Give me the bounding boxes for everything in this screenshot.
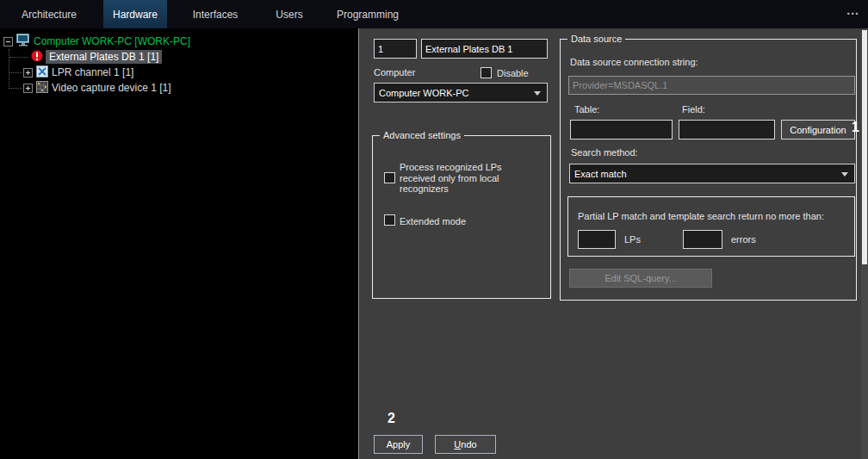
overflow-menu-button[interactable]: ... xyxy=(846,3,859,17)
connection-string-field xyxy=(568,76,855,95)
app-window: Architecture Hardware Interfaces Users P… xyxy=(0,0,868,459)
table-field[interactable] xyxy=(570,120,673,140)
top-navigation-bar: Architecture Hardware Interfaces Users P… xyxy=(0,0,868,28)
expand-expander-icon[interactable] xyxy=(23,68,33,78)
object-name-field[interactable] xyxy=(421,39,548,59)
tab-programming[interactable]: Programming xyxy=(336,0,400,28)
vertical-scrollbar[interactable] xyxy=(861,28,868,459)
extended-mode-label: Extended mode xyxy=(400,216,466,226)
tab-hardware[interactable]: Hardware xyxy=(103,0,167,28)
lpr-channel-icon xyxy=(36,65,48,80)
apply-button[interactable]: Apply xyxy=(374,435,423,454)
lps-limit-field[interactable] xyxy=(578,230,616,249)
field-label: Field: xyxy=(682,104,705,115)
undo-button-label: Undo xyxy=(454,439,476,450)
computer-label: Computer xyxy=(374,67,415,78)
collapse-expander-icon[interactable] xyxy=(3,37,13,47)
callout-2: 2 xyxy=(388,411,395,426)
undo-button[interactable]: Undo xyxy=(435,435,496,454)
advanced-settings-group: Advanced settings Process recognized LPs… xyxy=(372,135,551,299)
edit-sql-query-button: Edit SQL-query... xyxy=(569,269,712,288)
tree-row-lpr-channel[interactable]: LPR channel 1 [1] xyxy=(0,65,358,80)
tree-item-lpr-channel-label[interactable]: LPR channel 1 [1] xyxy=(52,66,133,78)
data-source-group-title: Data source xyxy=(567,34,625,44)
tab-interfaces[interactable]: Interfaces xyxy=(188,0,243,28)
object-id-field[interactable] xyxy=(374,39,417,59)
tab-users[interactable]: Users xyxy=(269,0,310,28)
settings-panel: Computer Disable Computer WORK-PC Advanc… xyxy=(358,28,868,459)
tree-row-computer[interactable]: Computer WORK-PC [WORK-PC] xyxy=(0,34,358,49)
partial-match-text: Partial LP match and template search ret… xyxy=(578,211,824,221)
tree-item-video-capture-device-label[interactable]: Video capture device 1 [1] xyxy=(52,82,171,94)
search-method-label: Search method: xyxy=(571,147,638,158)
disable-checkbox[interactable] xyxy=(480,67,492,78)
search-method-select-value: Exact match xyxy=(574,169,627,179)
data-source-group: Data source Data source connection strin… xyxy=(560,39,857,301)
computer-select-value: Computer WORK-PC xyxy=(379,88,469,98)
tree-row-external-plates-db[interactable]: External Plates DB 1 [1] xyxy=(0,49,358,65)
connection-string-label: Data source connection string: xyxy=(570,57,698,67)
tab-architecture[interactable]: Architecture xyxy=(16,0,83,28)
errors-limit-field[interactable] xyxy=(683,230,722,249)
scrollbar-thumb[interactable] xyxy=(862,30,867,264)
search-method-select[interactable]: Exact match xyxy=(569,164,855,183)
disable-checkbox-label: Disable xyxy=(497,68,529,78)
table-label: Table: xyxy=(574,104,599,115)
extended-mode-checkbox[interactable] xyxy=(384,214,395,226)
tree-item-external-plates-db-label[interactable]: External Plates DB 1 [1] xyxy=(46,50,162,64)
callout-1: 1 xyxy=(852,120,859,135)
tree-row-video-capture-device[interactable]: Video capture device 1 [1] xyxy=(0,80,358,96)
field-field[interactable] xyxy=(679,120,775,140)
partial-match-group: Partial LP match and template search ret… xyxy=(567,196,855,257)
hardware-tree-panel: Computer WORK-PC [WORK-PC] External Plat… xyxy=(0,28,358,459)
configuration-button[interactable]: Configuration xyxy=(781,120,855,140)
error-exclamation-icon xyxy=(31,50,43,65)
computer-icon xyxy=(16,34,30,49)
lps-label: LPs xyxy=(624,234,641,245)
computer-select[interactable]: Computer WORK-PC xyxy=(374,83,548,102)
process-recognized-lps-label: Process recognized LPs received only fro… xyxy=(400,162,508,195)
errors-label: errors xyxy=(731,234,756,245)
process-recognized-lps-checkbox[interactable] xyxy=(384,172,395,183)
tree-item-computer-label[interactable]: Computer WORK-PC [WORK-PC] xyxy=(34,35,190,47)
advanced-settings-group-title: Advanced settings xyxy=(380,130,464,140)
expand-expander-icon[interactable] xyxy=(23,84,33,93)
video-capture-device-icon xyxy=(36,81,48,96)
